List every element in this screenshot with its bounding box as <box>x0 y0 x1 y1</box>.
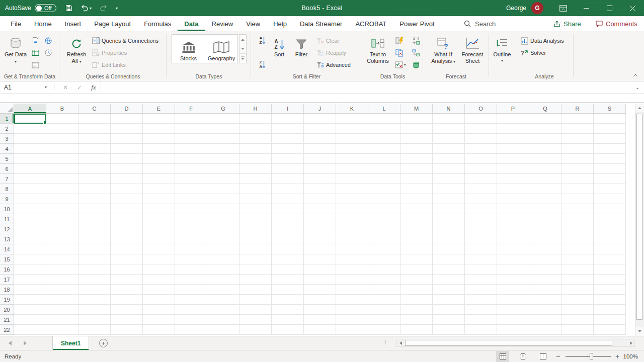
cell-r14[interactable] <box>561 244 594 254</box>
cell-r11[interactable] <box>561 214 594 224</box>
cell-o3[interactable] <box>465 134 497 144</box>
column-header-f[interactable]: F <box>175 104 207 114</box>
cell-k4[interactable] <box>336 144 368 154</box>
cell-d16[interactable] <box>111 264 143 275</box>
tab-page-layout[interactable]: Page Layout <box>88 16 137 31</box>
name-box-dropdown-icon[interactable]: ▾ <box>45 85 47 89</box>
cell-a16[interactable] <box>14 264 46 275</box>
cell-d14[interactable] <box>111 244 143 254</box>
cell-a18[interactable] <box>14 285 46 295</box>
cell-m12[interactable] <box>400 224 433 234</box>
cell-r16[interactable] <box>561 264 594 275</box>
cell-l4[interactable] <box>368 144 400 154</box>
cell-c7[interactable] <box>78 174 111 184</box>
cell-r18[interactable] <box>561 285 594 295</box>
cell-b6[interactable] <box>46 164 78 174</box>
cell-e15[interactable] <box>143 254 175 264</box>
column-header-g[interactable]: G <box>207 104 239 114</box>
cell-a11[interactable] <box>14 214 46 224</box>
column-header-e[interactable]: E <box>143 104 175 114</box>
cell-c22[interactable] <box>78 325 111 335</box>
cell-m3[interactable] <box>400 134 433 144</box>
zoom-slider-thumb[interactable] <box>590 353 593 359</box>
cell-f15[interactable] <box>175 254 207 264</box>
cell-b4[interactable] <box>46 144 78 154</box>
cell-l3[interactable] <box>368 134 400 144</box>
cell-p19[interactable] <box>497 295 529 305</box>
cell-h8[interactable] <box>239 184 272 194</box>
cell-l20[interactable] <box>368 305 400 315</box>
row-header-16[interactable]: 16 <box>0 264 14 275</box>
cell-n10[interactable] <box>433 204 465 214</box>
cell-c6[interactable] <box>78 164 111 174</box>
cell-f5[interactable] <box>175 154 207 164</box>
cell-p6[interactable] <box>497 164 529 174</box>
cell-e4[interactable] <box>143 144 175 154</box>
formula-input[interactable] <box>101 81 631 93</box>
clear-filter-button[interactable]: Clear <box>314 35 341 46</box>
cell-n11[interactable] <box>433 214 465 224</box>
cell-n1[interactable] <box>433 114 465 124</box>
cell-r2[interactable] <box>561 124 594 134</box>
cell-n19[interactable] <box>433 295 465 305</box>
cell-a10[interactable] <box>14 204 46 214</box>
sort-button[interactable]: AZ Sort <box>270 34 288 71</box>
cell-o6[interactable] <box>465 164 497 174</box>
user-name[interactable]: George <box>506 5 526 12</box>
cell-a2[interactable] <box>14 124 46 134</box>
cell-p13[interactable] <box>497 234 529 244</box>
autosave-toggle[interactable]: AutoSave Off <box>5 0 56 16</box>
cell-l19[interactable] <box>368 295 400 305</box>
cell-b18[interactable] <box>46 285 78 295</box>
tab-insert[interactable]: Insert <box>58 16 88 31</box>
refresh-all-button[interactable]: Refresh All ▾ <box>64 34 89 71</box>
cell-s22[interactable] <box>594 325 626 335</box>
row-header-17[interactable]: 17 <box>0 275 14 285</box>
cell-c19[interactable] <box>78 295 111 305</box>
cell-s1[interactable] <box>594 114 626 124</box>
cell-e21[interactable] <box>143 315 175 325</box>
cell-f8[interactable] <box>175 184 207 194</box>
tab-data-streamer[interactable]: Data Streamer <box>293 16 349 31</box>
stocks-button[interactable]: Stocks <box>172 35 205 63</box>
row-header-14[interactable]: 14 <box>0 244 14 254</box>
cell-c8[interactable] <box>78 184 111 194</box>
cell-r7[interactable] <box>561 174 594 184</box>
insert-function-icon[interactable]: fx <box>87 83 101 92</box>
cell-d2[interactable] <box>111 124 143 134</box>
solver-button[interactable]: ? Solver <box>519 47 547 58</box>
cell-f17[interactable] <box>175 275 207 285</box>
cell-a3[interactable] <box>14 134 46 144</box>
cell-k1[interactable] <box>336 114 368 124</box>
cell-c17[interactable] <box>78 275 111 285</box>
cell-c4[interactable] <box>78 144 111 154</box>
cell-c11[interactable] <box>78 214 111 224</box>
cell-k10[interactable] <box>336 204 368 214</box>
select-all-corner[interactable] <box>0 104 14 114</box>
cell-m10[interactable] <box>400 204 433 214</box>
from-text-csv-button[interactable] <box>29 35 41 46</box>
cell-d21[interactable] <box>111 315 143 325</box>
tab-scrollbar-splitter[interactable]: ⁞ <box>384 338 387 346</box>
column-header-m[interactable]: M <box>400 104 433 114</box>
cell-r10[interactable] <box>561 204 594 214</box>
cell-a1[interactable] <box>14 114 46 124</box>
cell-m7[interactable] <box>400 174 433 184</box>
column-header-n[interactable]: N <box>433 104 465 114</box>
cell-s6[interactable] <box>594 164 626 174</box>
cell-k18[interactable] <box>336 285 368 295</box>
cell-e18[interactable] <box>143 285 175 295</box>
cell-k13[interactable] <box>336 234 368 244</box>
cell-c16[interactable] <box>78 264 111 275</box>
cell-l17[interactable] <box>368 275 400 285</box>
cell-p14[interactable] <box>497 244 529 254</box>
cell-a14[interactable] <box>14 244 46 254</box>
close-button[interactable] <box>621 0 644 16</box>
cell-m4[interactable] <box>400 144 433 154</box>
cell-c10[interactable] <box>78 204 111 214</box>
cell-k6[interactable] <box>336 164 368 174</box>
cell-a19[interactable] <box>14 295 46 305</box>
name-box[interactable]: A1 ▾ <box>0 81 50 93</box>
vertical-scrollbar[interactable] <box>635 104 644 336</box>
cell-p8[interactable] <box>497 184 529 194</box>
